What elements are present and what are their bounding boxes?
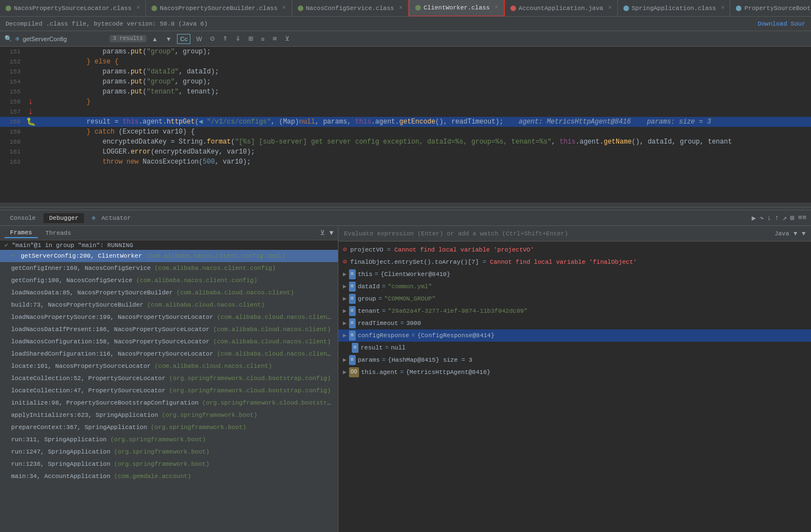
step-over-icon[interactable]: ↷: [759, 214, 764, 223]
console-label: Console: [10, 215, 36, 221]
close-icon[interactable]: ×: [495, 4, 498, 11]
frame-item-14[interactable]: prepareContext:367, SpringApplication (o…: [0, 421, 338, 434]
frame-item-16[interactable]: run:1247, SpringApplication (org.springf…: [0, 446, 338, 458]
tab-nacos-property-source-builder[interactable]: NacosPropertySourceBuilder.class ×: [146, 0, 292, 17]
search-filter-6[interactable]: ⊻: [283, 34, 292, 43]
tab-threads[interactable]: Threads: [40, 229, 77, 238]
watch-name-configresponse: configResponse: [358, 331, 409, 341]
frame-item-18[interactable]: main:34, AccountApplication (com.gemdale…: [0, 470, 338, 482]
running-status: ✔ "main"@1 in group "main": RUNNING: [0, 240, 338, 250]
step-into-icon[interactable]: ↓: [767, 214, 771, 222]
tab-label: SpringApplication.class: [632, 5, 716, 12]
prev-result-button[interactable]: ▲: [150, 35, 160, 43]
close-icon[interactable]: ×: [721, 5, 724, 11]
frame-item-10[interactable]: locateCollection:52, PropertySourceLocat…: [0, 372, 338, 385]
watch-params[interactable]: ▶ ≡ params = {HashMap@8415} size = 3: [338, 354, 811, 366]
tab-frames[interactable]: Frames: [4, 228, 38, 238]
eval-dropdown[interactable]: ▼: [794, 230, 798, 237]
watch-configresponse[interactable]: ▶ ≡ configResponse = {ConfigResponse@841…: [338, 329, 811, 342]
watch-result[interactable]: ≡ result = null: [338, 342, 811, 354]
search-filter-3[interactable]: ⊞: [246, 34, 255, 43]
search-filter-5[interactable]: ≋: [270, 34, 279, 43]
frame-item-7[interactable]: loadNacosConfiguration:158, NacosPropert…: [0, 336, 338, 348]
search-filter-2[interactable]: ⇓: [233, 34, 243, 43]
expand-icon[interactable]: ▼: [330, 229, 333, 237]
tab-property-source-bootstrap[interactable]: PropertySourceBootstrapCo... ×: [730, 0, 811, 17]
frame-item-4[interactable]: build:73, NacosPropertySourceBuilder (co…: [0, 299, 338, 311]
search-option-2[interactable]: W: [194, 35, 204, 43]
field-badge5: ≡: [349, 318, 356, 328]
frame-item-8[interactable]: loadSharedConfiguration:116, NacosProper…: [0, 348, 338, 360]
code-158: result = this.agent.httpGet(◀ "/v1/cs/co…: [36, 117, 811, 127]
watch-tenant[interactable]: ▶ ≡ tenant = "29a62a4f-3277-41ef-9874-11…: [338, 305, 811, 317]
resume-icon[interactable]: ▶: [751, 214, 756, 223]
tab-nacos-config-service[interactable]: NacosConfigService.class ×: [292, 0, 409, 17]
expand-arrow-this: ▶: [343, 269, 347, 279]
frame-item-15[interactable]: run:311, SpringApplication (org.springfr…: [0, 434, 338, 446]
frame-text: getServerConfig:200, ClientWorker: [21, 253, 145, 259]
close-icon[interactable]: ×: [282, 5, 286, 11]
frame-class: (org.springframework.boot): [110, 436, 206, 443]
search-filter-4[interactable]: ≡: [259, 35, 267, 43]
search-input[interactable]: [23, 36, 106, 42]
step-out-icon[interactable]: ↑: [775, 214, 779, 222]
breakpoints-icon[interactable]: ≡≡: [798, 214, 807, 222]
filter-icon[interactable]: ⊻: [320, 229, 325, 237]
tab-spring-application[interactable]: SpringApplication.class ×: [618, 0, 731, 17]
frame-item-2[interactable]: getConfig:100, NacosConfigService (com.a…: [0, 274, 338, 287]
watch-this-agent[interactable]: ▶ OO this.agent = {MetricsHttpAgent@8416…: [338, 366, 811, 378]
frame-item-0[interactable]: ↩ getServerConfig:200, ClientWorker (com…: [0, 250, 338, 262]
tab-account-application[interactable]: AccountApplication.java ×: [505, 0, 618, 17]
frame-item-13[interactable]: applyInitializers:623, SpringApplication…: [0, 409, 338, 421]
frame-item-9[interactable]: locate:101, NacosPropertySourceLocator (…: [0, 360, 338, 372]
frame-class: (org.springframework.boot): [151, 424, 247, 431]
watch-readtimeout[interactable]: ▶ ≡ readTimeout = 3000: [338, 317, 811, 329]
bottom-tabs-bar: Console Debugger ⊕ Actuator ▶ ↷ ↓ ↑ ↗ ⊞ …: [0, 210, 811, 226]
frame-text: locateCollection:52, PropertySourceLocat…: [11, 375, 169, 382]
run-to-cursor-icon[interactable]: ↗: [783, 214, 787, 223]
line-num-152: 152: [0, 57, 25, 67]
tab-client-worker[interactable]: ClientWorker.class ×: [409, 0, 505, 17]
search-option-3[interactable]: ⊙: [208, 34, 217, 43]
horizontal-scrollbar[interactable]: [0, 203, 811, 207]
watch-dataid[interactable]: ▶ ≡ dataId = "common.yml": [338, 280, 811, 293]
frame-item-6[interactable]: loadNacosDataIfPresent:186, NacosPropert…: [0, 323, 338, 336]
frames-icon[interactable]: ⊞: [790, 214, 795, 223]
expand-arrow-tenant: ▶: [343, 306, 347, 316]
close-icon[interactable]: ×: [608, 5, 612, 11]
tab-actuator[interactable]: ⊕ Actuator: [86, 213, 136, 223]
expand-arrow-agent: ▶: [343, 367, 347, 377]
java-icon: [510, 6, 516, 11]
next-result-button[interactable]: ▼: [164, 35, 174, 43]
tab-nacos-property-source-locator[interactable]: NacosPropertySourceLocator.class ×: [0, 0, 146, 17]
eval-expand[interactable]: ▼: [802, 230, 805, 237]
frame-class: (com.alibaba.nacos.client.config): [136, 277, 257, 284]
tab-debugger[interactable]: Debugger: [43, 213, 84, 223]
search-option-1[interactable]: Cc: [177, 34, 190, 44]
watch-val-this: {ClientWorker@8410}: [381, 269, 450, 279]
frame-item-17[interactable]: run:1236, SpringApplication (org.springf…: [0, 458, 338, 470]
frame-item-3[interactable]: loadNacosData:85, NacosPropertySourceBui…: [0, 287, 338, 299]
frame-text: run:1236, SpringApplication: [11, 461, 114, 467]
expand-arrow-dataid: ▶: [343, 282, 347, 292]
tab-console[interactable]: Console: [4, 213, 41, 223]
frame-item-12[interactable]: initialize:98, PropertySourceBootstrapCo…: [0, 397, 338, 409]
frame-item-11[interactable]: locateCollection:47, PropertySourceLocat…: [0, 385, 338, 397]
watch-group[interactable]: ▶ ≡ group = "COMMON_GROUP": [338, 293, 811, 305]
code-line-160: 160 encryptedDataKey = String.format("[%…: [0, 137, 811, 147]
close-icon[interactable]: ×: [399, 5, 402, 11]
results-badge: 3 results: [110, 35, 146, 42]
close-icon[interactable]: ×: [136, 5, 140, 11]
watch-this[interactable]: ▶ ≡ this = {ClientWorker@8410}: [338, 268, 811, 280]
frame-text: main:34, AccountApplication: [11, 473, 114, 480]
download-source-link[interactable]: Download Sour: [758, 21, 805, 27]
frames-list: ↩ getServerConfig:200, ClientWorker (com…: [0, 250, 338, 532]
search-filter-1[interactable]: ⇑: [220, 34, 230, 43]
watch-eq-params: =: [382, 355, 386, 365]
frame-item-1[interactable]: getConfigInner:160, NacosConfigService (…: [0, 262, 338, 274]
error-icon-0: ⊘: [343, 245, 347, 255]
frame-class: (com.alibaba.nacos.client.config): [154, 265, 276, 272]
frame-item-5[interactable]: loadNacosPropertySource:199, NacosProper…: [0, 311, 338, 323]
notice-bar: Decompiled .class file, bytecode version…: [0, 17, 811, 31]
frame-text: locateCollection:47, PropertySourceLocat…: [11, 387, 169, 394]
